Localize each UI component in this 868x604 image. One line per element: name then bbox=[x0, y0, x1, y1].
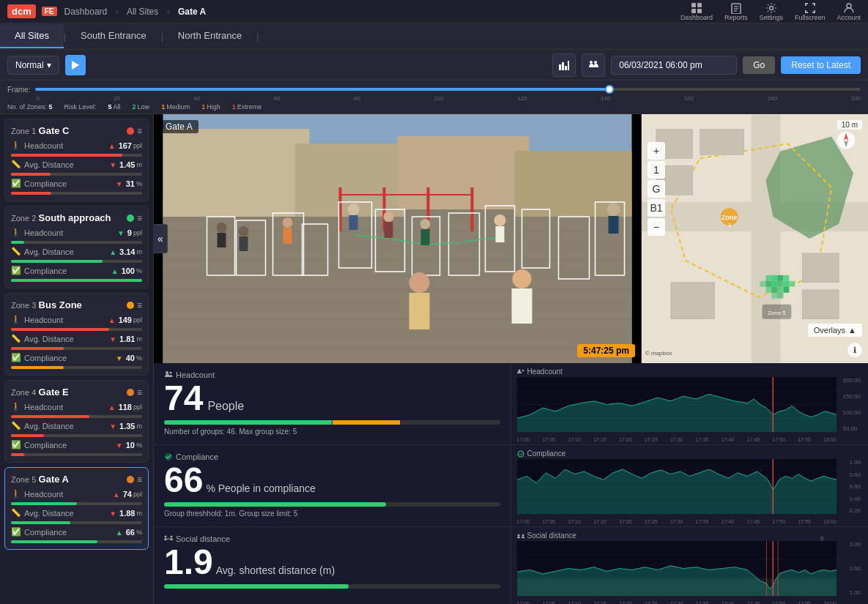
compliance-chart-card: Compliance 1.00 0.80 0.60 0.40 0.20 Comp… bbox=[511, 445, 869, 527]
zone4-risk-indicator bbox=[127, 389, 134, 396]
compliance-value: 66 bbox=[164, 463, 203, 498]
nav-account[interactable]: Account bbox=[837, 2, 861, 21]
zone-card-3: Zone 3 Bus Zone ≡ 🚶 Headcount ▲ 149 ppl … bbox=[4, 293, 149, 376]
zone1-menu[interactable]: ≡ bbox=[137, 126, 142, 136]
map-zoom-out[interactable]: − bbox=[648, 218, 665, 236]
svg-text:© mapbox: © mapbox bbox=[645, 350, 672, 357]
left-sidebar: Zone 1 Gate C ≡ 🚶 Headcount ▲ 167 ppl 📏 … bbox=[0, 114, 154, 604]
map-level-1[interactable]: 1 bbox=[648, 161, 665, 179]
svg-rect-84 bbox=[802, 253, 839, 283]
tab-all-sites[interactable]: All Sites bbox=[0, 24, 64, 48]
nav-icons: Dashboard Reports Settings Fullscreen Ac… bbox=[680, 2, 861, 21]
social-dist-chart-icon bbox=[517, 532, 524, 540]
zone2-risk-indicator bbox=[127, 215, 134, 222]
zone2-menu[interactable]: ≡ bbox=[137, 213, 142, 223]
scrubber-track[interactable] bbox=[35, 83, 861, 95]
map-level-g[interactable]: G bbox=[648, 180, 665, 198]
top-nav: dcm FE Dashboard › All Sites › Gate A Da… bbox=[0, 0, 868, 23]
zone-card-5: Zone 5 Gate A ≡ 🚶 Headcount ▲ 74 ppl 📏 A… bbox=[4, 467, 149, 550]
center-area: « Gate A 5:47:25 pm bbox=[154, 114, 868, 604]
svg-point-130 bbox=[517, 534, 519, 536]
map-scale: 10 m bbox=[837, 120, 862, 130]
frame-label: Frame: bbox=[7, 86, 31, 94]
zone3-menu[interactable]: ≡ bbox=[137, 300, 142, 310]
nav-fullscreen[interactable]: Fullscreen bbox=[795, 2, 826, 21]
scrubber-container: Frame: 020406080100120140160180200 No. o… bbox=[0, 81, 868, 114]
headcount-stat-card: Headcount 74 People Number of groups: 46… bbox=[154, 363, 511, 445]
svg-point-66 bbox=[217, 223, 227, 233]
svg-rect-29 bbox=[163, 129, 310, 217]
map-level-b1[interactable]: B1 bbox=[648, 199, 665, 217]
tab-north-entrance[interactable]: North Entrance bbox=[163, 24, 256, 48]
social-distance-unit: Avg. shortest distance (m) bbox=[216, 564, 335, 576]
video-map-row: « Gate A 5:47:25 pm bbox=[154, 114, 868, 363]
svg-point-72 bbox=[409, 272, 430, 293]
headcount-progress-bar bbox=[164, 420, 500, 425]
social-distance-value: 1.9 bbox=[164, 545, 213, 580]
nav-settings[interactable]: Settings bbox=[759, 2, 783, 21]
svg-point-16 bbox=[594, 61, 597, 64]
map-zoom-in[interactable]: + bbox=[648, 142, 665, 160]
svg-rect-63 bbox=[496, 226, 505, 242]
compliance-progress-bar bbox=[164, 502, 500, 507]
map-nav: + 1 G B1 − bbox=[648, 120, 665, 236]
svg-text:Zone: Zone bbox=[722, 214, 737, 221]
nav-reports[interactable]: Reports bbox=[724, 2, 748, 21]
svg-rect-83 bbox=[700, 129, 744, 154]
svg-point-117 bbox=[522, 369, 523, 370]
collapse-panel-btn[interactable]: « bbox=[154, 224, 168, 253]
svg-rect-0 bbox=[691, 3, 696, 7]
svg-point-114 bbox=[171, 536, 173, 538]
svg-rect-11 bbox=[559, 64, 561, 70]
tabs-row: All Sites | South Entrance | North Entra… bbox=[0, 23, 868, 50]
compliance-unit: % People in compliance bbox=[206, 482, 315, 494]
compliance-sub: Group threshhold: 1m. Group size limit: … bbox=[164, 510, 500, 518]
bar-chart-icon-btn[interactable] bbox=[552, 53, 576, 77]
zone4-menu[interactable]: ≡ bbox=[137, 387, 142, 398]
svg-rect-73 bbox=[409, 293, 430, 329]
svg-point-110 bbox=[166, 371, 168, 374]
svg-rect-18 bbox=[163, 202, 632, 363]
svg-rect-86 bbox=[671, 283, 715, 319]
main-layout: Zone 1 Gate C ≡ 🚶 Headcount ▲ 167 ppl 📏 … bbox=[0, 114, 868, 604]
zone5-menu[interactable]: ≡ bbox=[137, 474, 142, 485]
svg-rect-12 bbox=[562, 62, 564, 70]
metrics-charts-grid: Headcount 74 People Number of groups: 46… bbox=[154, 363, 868, 604]
svg-rect-87 bbox=[765, 275, 771, 281]
zone-card-4: Zone 4 Gate E ≡ 🚶 Headcount ▲ 118 ppl 📏 … bbox=[4, 380, 149, 463]
compliance-stat-card: Compliance 66 % People in compliance Gro… bbox=[154, 445, 511, 527]
svg-rect-78 bbox=[752, 115, 781, 363]
svg-rect-65 bbox=[609, 216, 619, 234]
social-distance-chart-card: Social distance 3.00 2.00 1.00 Avg. Dist… bbox=[511, 527, 869, 604]
charts-column: Headcount 200.00 150.00 100.00 50.00 Hea… bbox=[511, 363, 869, 604]
svg-rect-102 bbox=[777, 293, 783, 299]
zone1-risk-indicator bbox=[127, 127, 134, 135]
overlays-button[interactable]: Overlays ▲ bbox=[808, 324, 862, 337]
map-info-button[interactable]: ℹ bbox=[847, 343, 862, 357]
reset-button[interactable]: Reset to Latest bbox=[781, 56, 861, 74]
svg-rect-57 bbox=[349, 215, 358, 230]
svg-point-64 bbox=[607, 203, 620, 216]
svg-rect-100 bbox=[789, 281, 795, 287]
zone1-headcount-row: 🚶 Headcount ▲ 167 ppl bbox=[11, 141, 142, 151]
svg-text:3: 3 bbox=[727, 222, 731, 228]
nav-dashboard[interactable]: Dashboard bbox=[680, 2, 713, 21]
scrubber-thumb[interactable] bbox=[605, 85, 614, 94]
date-input[interactable] bbox=[611, 56, 737, 75]
svg-point-68 bbox=[239, 226, 249, 236]
go-button[interactable]: Go bbox=[743, 56, 775, 74]
mode-dropdown[interactable]: Normal ▾ bbox=[7, 56, 59, 75]
svg-rect-1 bbox=[697, 3, 702, 7]
person-icon-btn[interactable] bbox=[582, 53, 605, 77]
headcount-chart-icon bbox=[517, 368, 524, 376]
svg-rect-61 bbox=[421, 229, 430, 245]
svg-point-74 bbox=[513, 269, 532, 288]
play-button[interactable] bbox=[65, 55, 86, 75]
svg-rect-14 bbox=[568, 61, 569, 70]
svg-rect-98 bbox=[783, 287, 789, 293]
tab-south-entrance[interactable]: South Entrance bbox=[66, 24, 161, 48]
video-label: Gate A bbox=[160, 120, 199, 133]
svg-rect-85 bbox=[802, 290, 839, 319]
ruler-icon: 📏 bbox=[11, 160, 21, 170]
svg-rect-2 bbox=[691, 9, 696, 13]
